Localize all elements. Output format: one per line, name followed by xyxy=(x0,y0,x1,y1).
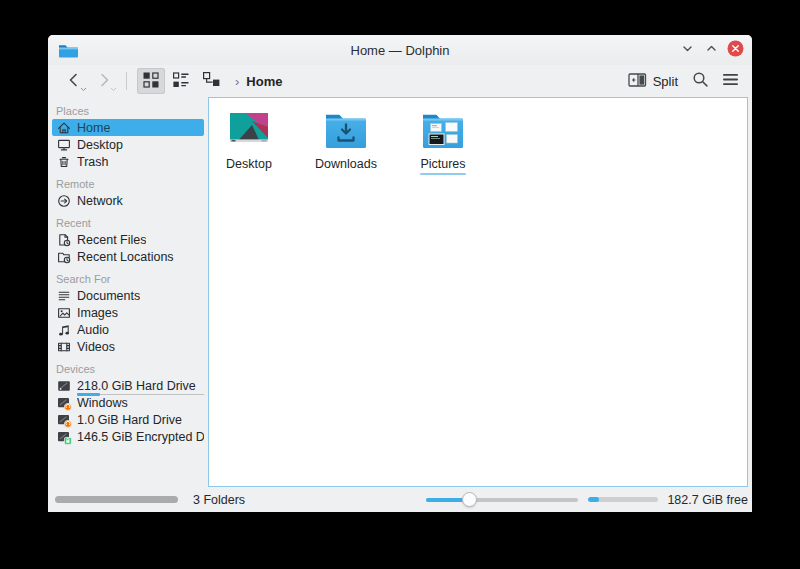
sidebar-item-audio[interactable]: Audio xyxy=(52,321,204,338)
section-header-recent: Recent xyxy=(56,216,208,231)
split-view-icon xyxy=(628,72,647,91)
encrypted-drive-icon xyxy=(56,429,72,445)
sidebar-item-label: Videos xyxy=(77,340,115,354)
sidebar-item-videos[interactable]: Videos xyxy=(52,338,204,355)
hard-drive-unmounted-icon xyxy=(56,412,72,428)
menu-button[interactable] xyxy=(716,68,744,94)
sidebar-item-label: Images xyxy=(77,306,118,320)
places-panel: PlacesHomeDesktopTrashRemoteNetworkRecen… xyxy=(48,97,208,487)
sidebar-item-label: Home xyxy=(77,121,110,135)
folder-label: Downloads xyxy=(315,157,377,171)
zoom-slider[interactable] xyxy=(426,491,578,509)
images-icon xyxy=(56,305,72,321)
sidebar-item-network[interactable]: Network xyxy=(52,192,204,209)
minimize-button[interactable] xyxy=(678,41,696,59)
sidebar-item-windows[interactable]: Windows xyxy=(52,394,204,411)
sidebar-item-label: Recent Locations xyxy=(77,250,174,264)
search-icon xyxy=(691,70,710,92)
folder-pictures[interactable]: Pictures xyxy=(403,108,483,175)
dolphin-window: Home — Dolphin xyxy=(48,35,752,512)
items-count-label: 3 Folders xyxy=(193,493,245,507)
columns-view-button[interactable] xyxy=(197,68,225,94)
sidebar-item-recent-locations[interactable]: Recent Locations xyxy=(52,248,204,265)
pictures-folder-icon xyxy=(419,108,467,152)
columns-view-icon xyxy=(202,71,221,92)
sidebar-item-label: 146.5 GiB Encrypted Drive xyxy=(77,430,204,444)
desktop-preview-icon xyxy=(225,108,273,152)
disk-capacity-fill xyxy=(588,497,599,502)
folder-downloads[interactable]: Downloads xyxy=(306,108,386,171)
sidebar-item-trash[interactable]: Trash xyxy=(52,153,204,170)
documents-icon xyxy=(56,288,72,304)
content-area: PlacesHomeDesktopTrashRemoteNetworkRecen… xyxy=(48,97,752,487)
sidebar-item-label: Audio xyxy=(77,323,109,337)
window-title: Home — Dolphin xyxy=(48,43,752,58)
sidebar-item-218-0-gib-hard-drive[interactable]: 218.0 GiB Hard Drive xyxy=(52,377,204,394)
details-view-button[interactable] xyxy=(167,68,195,94)
icons-view-icon xyxy=(142,71,160,92)
section-header-remote: Remote xyxy=(56,177,208,192)
desktop-icon xyxy=(56,137,72,153)
titlebar[interactable]: Home — Dolphin xyxy=(48,35,752,65)
sidebar-item-desktop[interactable]: Desktop xyxy=(52,136,204,153)
videos-icon xyxy=(56,339,72,355)
split-button-label: Split xyxy=(653,74,678,89)
folder-label: Desktop xyxy=(226,157,272,171)
sidebar-item-label: Network xyxy=(77,194,123,208)
folder-selection-underline xyxy=(420,173,466,175)
toolbar: › Home Split xyxy=(48,65,752,97)
folder-app-icon xyxy=(58,42,79,59)
folder-desktop[interactable]: Desktop xyxy=(209,108,289,171)
breadcrumb-location[interactable]: Home xyxy=(246,74,282,89)
back-dropdown-icon xyxy=(80,87,87,92)
chevron-up-icon xyxy=(704,41,719,59)
folder-label: Pictures xyxy=(420,157,465,171)
toolbar-separator xyxy=(126,72,127,90)
downloads-folder-icon xyxy=(322,108,370,152)
folder-view[interactable]: DesktopDownloadsPictures xyxy=(208,97,748,487)
sidebar-item-1-0-gib-hard-drive[interactable]: 1.0 GiB Hard Drive xyxy=(52,411,204,428)
section-header-devices: Devices xyxy=(56,362,208,377)
sidebar-item-recent-files[interactable]: Recent Files xyxy=(52,231,204,248)
hard-drive-icon xyxy=(56,378,72,394)
sidebar-item-label: 218.0 GiB Hard Drive xyxy=(77,379,196,393)
sidebar-item-home[interactable]: Home xyxy=(52,119,204,136)
maximize-button[interactable] xyxy=(702,41,720,59)
search-button[interactable] xyxy=(686,68,714,94)
sidebar-item-146-5-gib-encrypted-drive[interactable]: 146.5 GiB Encrypted Drive xyxy=(52,428,204,445)
trash-icon xyxy=(56,154,72,170)
sidebar-item-label: Windows xyxy=(77,396,128,410)
sidebar-item-label: Desktop xyxy=(77,138,123,152)
breadcrumb: › Home xyxy=(235,74,282,89)
chevron-down-icon xyxy=(680,41,695,59)
network-icon xyxy=(56,193,72,209)
home-icon xyxy=(56,120,72,136)
zoom-slider-handle[interactable] xyxy=(462,492,477,507)
sidebar-item-documents[interactable]: Documents xyxy=(52,287,204,304)
sidebar-item-label: Recent Files xyxy=(77,233,146,247)
hard-drive-unmounted-icon xyxy=(56,395,72,411)
disk-capacity-bar xyxy=(588,497,658,502)
sidebar-item-label: Documents xyxy=(77,289,140,303)
forward-dropdown-icon xyxy=(110,87,117,92)
split-button[interactable]: Split xyxy=(622,68,684,94)
details-view-icon xyxy=(172,71,190,92)
section-header-places: Places xyxy=(56,104,208,119)
recent-files-icon xyxy=(56,232,72,248)
icons-view-button[interactable] xyxy=(137,68,165,94)
breadcrumb-separator-icon: › xyxy=(235,74,239,89)
free-space-label: 182.7 GiB free xyxy=(667,493,748,507)
statusbar: 3 Folders 182.7 GiB free xyxy=(48,487,752,512)
sidebar-item-label: Trash xyxy=(77,155,109,169)
hamburger-menu-icon xyxy=(722,72,739,90)
close-button[interactable] xyxy=(726,41,744,59)
back-button[interactable] xyxy=(60,68,88,94)
sidebar-item-label: 1.0 GiB Hard Drive xyxy=(77,413,182,427)
forward-button[interactable] xyxy=(90,68,118,94)
sidebar-item-images[interactable]: Images xyxy=(52,304,204,321)
close-icon xyxy=(727,40,744,60)
audio-icon xyxy=(56,322,72,338)
recent-locations-icon xyxy=(56,249,72,265)
places-panel-scrollbar[interactable] xyxy=(55,496,178,503)
section-header-search-for: Search For xyxy=(56,272,208,287)
